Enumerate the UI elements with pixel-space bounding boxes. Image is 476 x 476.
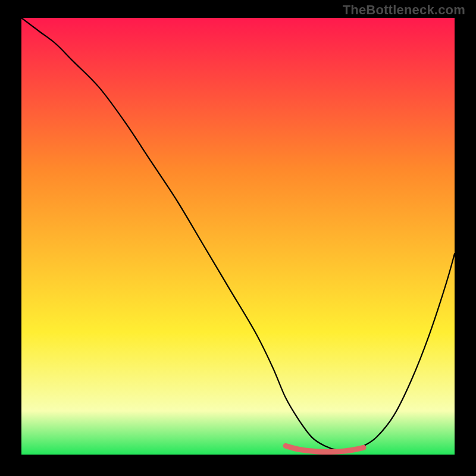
chart-frame: TheBottleneck.com [0,0,476,476]
plot-background [21,18,455,455]
bottleneck-chart [0,0,476,476]
